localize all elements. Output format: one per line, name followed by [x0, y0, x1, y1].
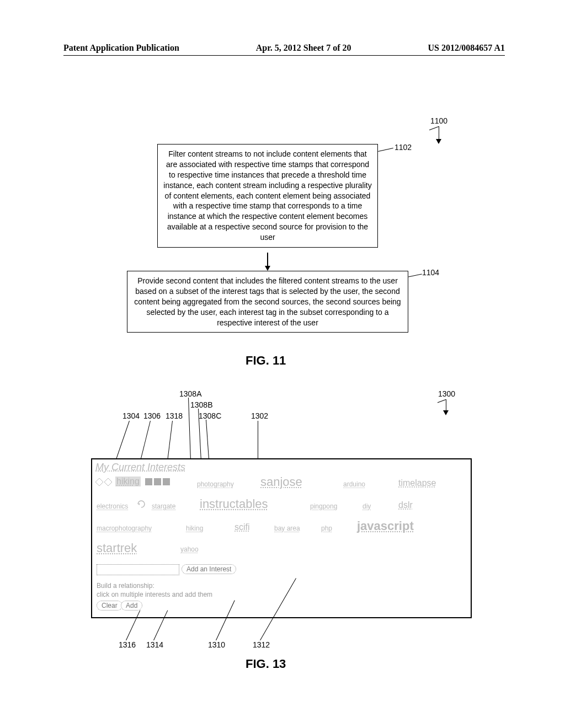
tag-instructables[interactable]: instructables [200, 497, 268, 511]
arrowhead-1300 [443, 410, 449, 415]
interests-panel: My Current Interests hiking photography … [91, 458, 472, 618]
arrow-1-2-head [265, 266, 270, 271]
add-button[interactable]: Add [121, 601, 142, 611]
ref-1102: 1102 [395, 143, 412, 152]
thumb-icon-a[interactable] [145, 478, 152, 485]
ref-1308A: 1308A [179, 389, 201, 398]
flowchart-step-1-text: Filter content streams to not include co… [163, 149, 371, 242]
leader-1300 [446, 399, 446, 411]
clear-button[interactable]: Clear [97, 601, 122, 611]
tag-bayarea[interactable]: bay area [274, 524, 300, 532]
hook-1300 [438, 399, 446, 403]
thumb-icon-b[interactable] [154, 478, 161, 485]
tag-diy[interactable]: diy [363, 502, 371, 510]
header-right: US 2012/0084657 A1 [428, 43, 505, 53]
svg-marker-1 [104, 478, 112, 486]
interest-input[interactable] [97, 564, 179, 575]
page-header: Patent Application Publication Apr. 5, 2… [63, 43, 505, 56]
ref-1310: 1310 [208, 640, 225, 649]
tag-hiking-selected[interactable]: hiking [115, 477, 141, 486]
ref-1308C: 1308C [199, 411, 221, 420]
tag-stargate[interactable]: stargate [152, 502, 175, 510]
helper-line-1: Build a relationship: [97, 582, 154, 590]
header-mid: Apr. 5, 2012 Sheet 7 of 20 [256, 43, 351, 53]
ref-1302: 1302 [251, 411, 268, 420]
arrowhead-1100 [436, 139, 441, 144]
diagram-area: 1100 1102 Filter content streams to not … [63, 56, 505, 673]
tag-dslr[interactable]: dslr [398, 500, 413, 510]
tag-arduino[interactable]: arduino [343, 480, 365, 488]
ref-1306: 1306 [143, 411, 161, 420]
figure-13-label: FIG. 13 [246, 657, 286, 671]
flowchart-step-2: Provide second content that includes the… [127, 271, 408, 333]
ref-1300: 1300 [438, 389, 455, 398]
tag-scifi[interactable]: scifi [234, 522, 250, 532]
ref-1312: 1312 [253, 640, 270, 649]
panel-title: My Current Interests [95, 462, 185, 473]
tag-startrek[interactable]: startrek [97, 541, 137, 555]
ref-1104: 1104 [422, 268, 439, 277]
tag-photography[interactable]: photography [197, 480, 234, 488]
ref-1100: 1100 [430, 116, 447, 125]
tag-pingpong[interactable]: pingpong [310, 502, 337, 510]
tag-php[interactable]: php [321, 524, 332, 532]
hook-1102 [378, 148, 393, 152]
tag-macrophotography[interactable]: macrophotography [97, 524, 152, 532]
ref-1318: 1318 [166, 411, 183, 420]
hook-1100 [429, 126, 439, 130]
arrow-1-2-line [267, 253, 268, 267]
leader-1100 [439, 126, 439, 140]
tag-yahoo[interactable]: yahoo [180, 545, 199, 553]
leader-1302 [258, 421, 258, 458]
hook-1104 [408, 274, 422, 277]
prev-icon[interactable] [95, 478, 103, 486]
flowchart-step-2-text: Provide second content that includes the… [134, 276, 401, 327]
refresh-icon[interactable] [136, 499, 146, 509]
next-icon[interactable] [104, 478, 112, 486]
ref-1314: 1314 [146, 640, 163, 649]
ref-1304: 1304 [122, 411, 140, 420]
ref-1308B: 1308B [190, 400, 212, 409]
svg-marker-0 [95, 478, 103, 486]
add-interest-button[interactable]: Add an Interest [182, 564, 236, 574]
figure-11-label: FIG. 11 [246, 354, 286, 368]
helper-line-2: click on multiple interests and add them [97, 591, 212, 598]
thumb-icon-c[interactable] [163, 478, 170, 485]
tag-sanjose[interactable]: sanjose [260, 475, 302, 489]
flowchart-step-1: Filter content streams to not include co… [157, 144, 378, 248]
ref-1316: 1316 [119, 640, 136, 649]
tag-hiking[interactable]: hiking [186, 524, 203, 532]
tag-timelapse[interactable]: timelapse [398, 478, 436, 488]
tag-electronics[interactable]: electronics [97, 502, 128, 510]
page-container: Patent Application Publication Apr. 5, 2… [63, 43, 505, 673]
header-left: Patent Application Publication [63, 43, 179, 53]
tag-javascript[interactable]: javascript [357, 519, 414, 533]
